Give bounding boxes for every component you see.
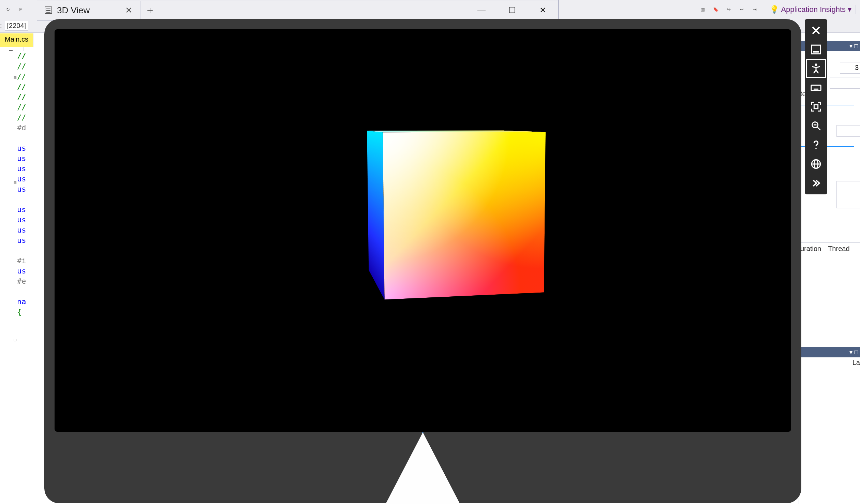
minimize-icon[interactable] (806, 40, 826, 59)
pid-value: [2204] (5, 21, 29, 31)
svg-line-11 (817, 127, 820, 130)
lang-label: La (799, 357, 860, 366)
3d-view-window: 3D View ✕ ＋ — ☐ ✕ (37, 0, 559, 20)
app-insights-label: Application Insights (781, 5, 846, 14)
outline-toggle[interactable]: ⊟ (14, 72, 16, 83)
svg-rect-9 (814, 105, 818, 109)
toolbar-icon[interactable]: ⇥ (749, 4, 760, 15)
rgb-cube (375, 132, 553, 285)
panel-header[interactable]: ▾ □ (799, 347, 860, 357)
outline-toggle[interactable]: ⊟ (14, 177, 16, 188)
application-insights-button[interactable]: 💡 Application Insights ▾ (770, 5, 851, 14)
close-window-button[interactable]: ✕ (528, 1, 558, 20)
col-header[interactable]: uration (800, 245, 821, 253)
outline-toggle[interactable]: ⊟ (14, 335, 16, 345)
emulator-toolbar (805, 19, 827, 195)
network-icon[interactable] (806, 155, 826, 173)
table-headers: uration Thread (799, 243, 860, 255)
close-tab-icon[interactable]: ✕ (125, 5, 133, 16)
separator (856, 5, 856, 14)
toolbar-icon[interactable]: ↩ (736, 4, 747, 15)
svg-point-2 (815, 63, 817, 66)
bookmark-icon[interactable]: 🔖 (711, 4, 721, 15)
window-tab-3dview[interactable]: 3D View ✕ (37, 1, 141, 20)
close-icon[interactable] (806, 21, 826, 40)
tab-title: 3D View (57, 5, 90, 16)
pid-prefix: : (0, 22, 2, 30)
toolbar-icon[interactable]: ↪ (723, 4, 734, 15)
new-tab-button[interactable]: ＋ (141, 3, 160, 17)
help-icon[interactable] (806, 136, 826, 154)
svg-point-13 (815, 148, 817, 149)
code-gutter: ⊟ ⊟ ⊟ //////////////#d ususususus ususus… (0, 51, 34, 504)
more-icon[interactable] (806, 174, 826, 192)
bulb-icon: 💡 (770, 5, 779, 14)
minimize-window-button[interactable]: — (466, 1, 497, 20)
separator (764, 5, 764, 14)
keyboard-icon[interactable] (806, 78, 826, 97)
svg-rect-3 (811, 85, 821, 91)
accessibility-icon[interactable] (806, 59, 826, 78)
refresh-icon[interactable]: ↻ (3, 4, 13, 15)
document-icon (45, 6, 52, 14)
input-field[interactable] (836, 125, 860, 137)
input-field[interactable] (836, 181, 860, 208)
numeric-field[interactable]: 3 (840, 62, 860, 74)
fit-screen-icon[interactable] (806, 98, 826, 116)
col-header[interactable]: Thread (828, 245, 849, 253)
emulator-screen[interactable] (55, 29, 791, 432)
window-tabbar: 3D View ✕ ＋ — ☐ ✕ (37, 0, 558, 20)
maximize-window-button[interactable]: ☐ (497, 1, 528, 20)
zoom-icon[interactable] (806, 117, 826, 135)
toolbar-icon[interactable]: ⎘ (16, 4, 26, 15)
ide-doc-tabs: Main.cs (0, 33, 33, 47)
input-field[interactable] (830, 77, 860, 89)
nose-cutout (378, 432, 467, 504)
doc-tab-active[interactable]: Main.cs (0, 33, 33, 47)
dropdown-caret-icon: ▾ (848, 5, 851, 14)
toolbar-icon[interactable]: ▥ (698, 4, 708, 15)
hololens-emulator-frame (44, 19, 801, 503)
